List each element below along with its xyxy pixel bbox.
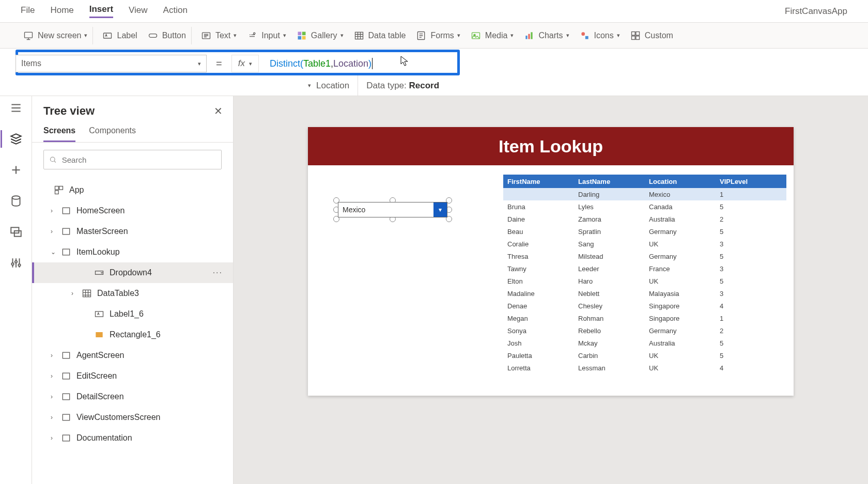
svg-point-26 bbox=[14, 261, 17, 263]
tree-node-datatable3[interactable]: ›DataTable3 bbox=[32, 283, 233, 304]
tree-node-itemlookup[interactable]: ⌄ItemLookup bbox=[32, 242, 233, 262]
more-icon[interactable]: ··· bbox=[213, 268, 223, 277]
hamburger-icon[interactable] bbox=[9, 101, 23, 115]
tree-node-app[interactable]: App bbox=[32, 180, 233, 200]
data-icon[interactable] bbox=[9, 194, 23, 208]
svg-rect-21 bbox=[636, 36, 640, 39]
col-location[interactable]: Location bbox=[645, 178, 716, 185]
menu-file[interactable]: File bbox=[21, 5, 35, 18]
button-icon bbox=[148, 30, 158, 41]
charts-icon bbox=[524, 30, 534, 41]
menu-action[interactable]: Action bbox=[163, 5, 188, 18]
dropdown-field[interactable]: Mexico ▾ bbox=[338, 202, 447, 217]
insert-forms-label: Forms bbox=[430, 31, 454, 40]
table-row[interactable]: JoshMckayAustralia5 bbox=[503, 337, 786, 349]
insert-charts-button[interactable]: Charts▾ bbox=[519, 27, 574, 44]
datatable3-control[interactable]: FirstName LastName Location VIPLevel Dar… bbox=[503, 175, 786, 374]
tree-title: Tree view bbox=[43, 104, 214, 118]
table-row[interactable]: ThresaMilsteadGermany5 bbox=[503, 250, 786, 262]
table-row[interactable]: SonyaRebelloGermany2 bbox=[503, 324, 786, 337]
menu-insert[interactable]: Insert bbox=[89, 4, 113, 18]
text-icon bbox=[201, 30, 211, 41]
screen-icon bbox=[61, 433, 71, 443]
chevron-down-icon: ▾ bbox=[283, 32, 286, 39]
svg-rect-29 bbox=[55, 186, 59, 190]
tree-node-rectangle16[interactable]: Rectangle1_6 bbox=[32, 324, 233, 345]
table-row[interactable]: CoralieSangUK3 bbox=[503, 238, 786, 250]
table-row[interactable]: MeganRohmanSingapore1 bbox=[503, 312, 786, 324]
search-input[interactable] bbox=[62, 155, 216, 164]
forms-icon bbox=[416, 30, 426, 41]
tree-node-editscreen[interactable]: ›EditScreen bbox=[32, 366, 233, 386]
table-row[interactable]: DarlingMexico1 bbox=[503, 188, 786, 200]
insert-media-button[interactable]: Media▾ bbox=[466, 27, 519, 44]
insert-label-button[interactable]: Label bbox=[97, 27, 142, 44]
screen-icon bbox=[61, 412, 71, 423]
svg-rect-38 bbox=[96, 332, 102, 337]
main-area: Tree view ✕ Screens Components App ›Home… bbox=[0, 96, 868, 484]
insert-media-label: Media bbox=[485, 31, 508, 40]
svg-point-27 bbox=[18, 264, 20, 266]
table-row[interactable]: TawnyLeederFrance3 bbox=[503, 262, 786, 275]
table-row[interactable]: EltonHaroUK5 bbox=[503, 275, 786, 287]
property-selector[interactable]: Items ▾ bbox=[16, 55, 207, 72]
gallery-icon bbox=[297, 30, 307, 41]
media-icon bbox=[471, 30, 481, 41]
media-rail-icon[interactable] bbox=[9, 225, 23, 239]
tree-node-label16[interactable]: Label1_6 bbox=[32, 304, 233, 324]
tree-view-icon[interactable] bbox=[9, 132, 23, 146]
insert-gallery-button[interactable]: Gallery▾ bbox=[291, 27, 349, 44]
table-row[interactable]: PaulettaCarbinUK5 bbox=[503, 349, 786, 362]
col-firstname[interactable]: FirstName bbox=[503, 178, 574, 185]
tree-node-dropdown4[interactable]: Dropdown4··· bbox=[32, 262, 233, 283]
insert-forms-button[interactable]: Forms▾ bbox=[411, 27, 465, 44]
dropdown4-control[interactable]: Mexico ▾ bbox=[338, 202, 447, 217]
menu-view[interactable]: View bbox=[129, 5, 148, 18]
fx-button[interactable]: fx ▾ bbox=[231, 55, 259, 72]
close-icon[interactable]: ✕ bbox=[214, 105, 223, 117]
table-row[interactable]: DaineZamoraAustralia2 bbox=[503, 213, 786, 225]
app-icon bbox=[54, 185, 64, 195]
tree-node-masterscreen[interactable]: ›MasterScreen bbox=[32, 221, 233, 242]
svg-rect-13 bbox=[526, 36, 528, 39]
insert-input-button[interactable]: Input▾ bbox=[242, 27, 291, 44]
chevron-down-icon: ▾ bbox=[457, 32, 460, 39]
table-row[interactable]: LorrettaLessmanUK4 bbox=[503, 362, 786, 374]
menu-home[interactable]: Home bbox=[50, 5, 73, 18]
tools-icon[interactable] bbox=[9, 256, 23, 270]
chevron-down-icon[interactable]: ▾ bbox=[433, 202, 447, 217]
insert-text-button[interactable]: Text▾ bbox=[196, 27, 242, 44]
table-icon bbox=[82, 288, 92, 299]
table-row[interactable]: BeauSpratlinGermany5 bbox=[503, 225, 786, 238]
tree-node-documentation[interactable]: ›Documentation bbox=[32, 428, 233, 448]
app-header: Item Lookup bbox=[308, 127, 794, 165]
insert-label-text: Label bbox=[117, 31, 137, 40]
insert-button-text: Button bbox=[162, 31, 186, 40]
canvas[interactable]: Item Lookup Mexico ▾ FirstName LastName … bbox=[234, 96, 868, 484]
insert-custom-button[interactable]: Custom bbox=[625, 27, 678, 44]
formula-result-bar: ▾Location Data type: Record bbox=[0, 75, 868, 96]
tree-node-viewcustomers[interactable]: ›ViewCustomersScreen bbox=[32, 407, 233, 428]
svg-rect-31 bbox=[55, 191, 59, 194]
svg-rect-34 bbox=[63, 249, 69, 255]
insert-datatable-button[interactable]: Data table bbox=[349, 27, 411, 44]
new-screen-button[interactable]: New screen▾ bbox=[18, 27, 92, 44]
insert-button-button[interactable]: Button bbox=[143, 27, 191, 44]
col-viplevel[interactable]: VIPLevel bbox=[716, 178, 786, 185]
tab-screens[interactable]: Screens bbox=[43, 122, 75, 142]
col-lastname[interactable]: LastName bbox=[574, 178, 645, 185]
chevron-down-icon: ▾ bbox=[617, 32, 620, 39]
tree-node-agentscreen[interactable]: ›AgentScreen bbox=[32, 345, 233, 366]
table-row[interactable]: MadalineNeblettMalayasia3 bbox=[503, 287, 786, 300]
tree-node-homescreen[interactable]: ›HomeScreen bbox=[32, 200, 233, 221]
tree-list: App ›HomeScreen ›MasterScreen ⌄ItemLooku… bbox=[32, 177, 233, 484]
tab-components[interactable]: Components bbox=[89, 122, 136, 142]
tree-node-detailscreen[interactable]: ›DetailScreen bbox=[32, 386, 233, 407]
table-row[interactable]: DenaeChesleySingapore4 bbox=[503, 300, 786, 312]
search-box[interactable] bbox=[43, 150, 222, 169]
add-icon[interactable] bbox=[9, 163, 23, 177]
formula-input[interactable]: Distinct(Table1, Location) bbox=[265, 55, 377, 72]
insert-icons-button[interactable]: Icons▾ bbox=[575, 27, 625, 44]
table-row[interactable]: BrunaLylesCanada5 bbox=[503, 200, 786, 213]
result-column-name: Location bbox=[316, 81, 349, 91]
